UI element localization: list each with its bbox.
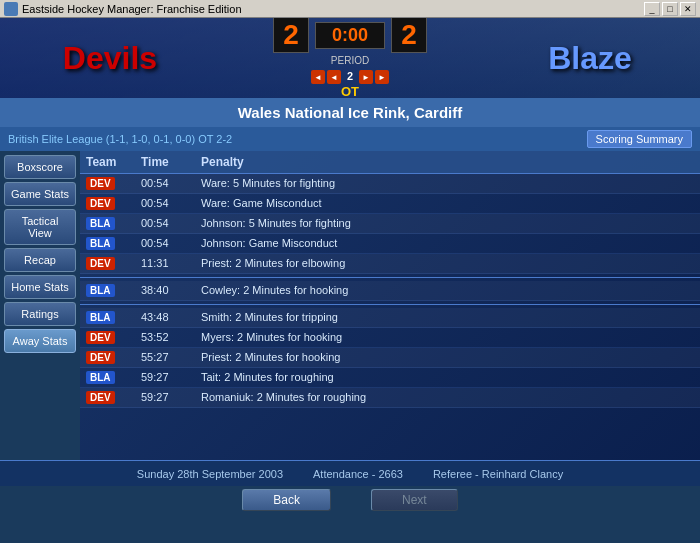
row-time: 11:31 — [141, 257, 201, 270]
team-badge: DEV — [86, 257, 141, 270]
row-time: 38:40 — [141, 284, 201, 297]
table-row: DEV 11:31 Priest: 2 Minutes for elbowing — [80, 254, 700, 274]
content-area: Team Time Penalty DEV 00:54 Ware: 5 Minu… — [80, 151, 700, 460]
period-next-button[interactable]: ► — [359, 70, 373, 84]
table-header: Team Time Penalty — [80, 151, 700, 174]
match-header: Devils 2 0:00 2 PERIOD ◄ ◄ 2 ► ► OT Blaz… — [0, 18, 700, 98]
score-row: 2 0:00 2 — [273, 18, 427, 53]
table-row: DEV 00:54 Ware: 5 Minutes for fighting — [80, 174, 700, 194]
match-date: Sunday 28th September 2003 — [137, 468, 283, 480]
table-row: BLA 00:54 Johnson: Game Misconduct — [80, 234, 700, 254]
row-penalty: Tait: 2 Minutes for roughing — [201, 371, 694, 384]
team-badge: BLA — [86, 237, 141, 250]
sidebar: Boxscore Game Stats Tactical View Recap … — [0, 151, 80, 460]
main-area: Boxscore Game Stats Tactical View Recap … — [0, 151, 700, 460]
team-badge: DEV — [86, 197, 141, 210]
minimize-button[interactable]: _ — [644, 2, 660, 16]
row-penalty: Myers: 2 Minutes for hooking — [201, 331, 694, 344]
titlebar-controls[interactable]: _ □ ✕ — [644, 2, 696, 16]
sidebar-item-home-stats[interactable]: Home Stats — [4, 275, 76, 299]
table-row: BLA 00:54 Johnson: 5 Minutes for fightin… — [80, 214, 700, 234]
back-button[interactable]: Back — [242, 489, 331, 511]
team-badge: DEV — [86, 177, 141, 190]
titlebar-title: Eastside Hockey Manager: Franchise Editi… — [22, 3, 242, 15]
bottom-bar: Back Next — [0, 486, 700, 514]
row-penalty: Ware: 5 Minutes for fighting — [201, 177, 694, 190]
row-penalty: Johnson: 5 Minutes for fighting — [201, 217, 694, 230]
titlebar: Eastside Hockey Manager: Franchise Editi… — [0, 0, 700, 18]
row-time: 00:54 — [141, 197, 201, 210]
table-row: BLA 59:27 Tait: 2 Minutes for roughing — [80, 368, 700, 388]
team-badge: DEV — [86, 331, 141, 344]
period-label: PERIOD — [331, 55, 369, 66]
period-value: 2 — [347, 70, 353, 82]
team-badge: BLA — [86, 371, 141, 384]
row-penalty: Priest: 2 Minutes for elbowing — [201, 257, 694, 270]
row-penalty: Priest: 2 Minutes for hooking — [201, 351, 694, 364]
row-time: 55:27 — [141, 351, 201, 364]
team-badge: BLA — [86, 311, 141, 324]
sidebar-item-ratings[interactable]: Ratings — [4, 302, 76, 326]
next-button[interactable]: Next — [371, 489, 458, 511]
league-bar: British Elite League (1-1, 1-0, 0-1, 0-0… — [0, 127, 700, 151]
section-divider — [80, 304, 700, 305]
row-time: 00:54 — [141, 177, 201, 190]
team-badge: DEV — [86, 391, 141, 404]
table-row: DEV 00:54 Ware: Game Misconduct — [80, 194, 700, 214]
footer-bar: Sunday 28th September 2003 Attendance - … — [0, 460, 700, 486]
col-penalty: Penalty — [201, 155, 694, 169]
sidebar-item-recap[interactable]: Recap — [4, 248, 76, 272]
row-time: 53:52 — [141, 331, 201, 344]
row-time: 59:27 — [141, 391, 201, 404]
col-team: Team — [86, 155, 141, 169]
home-score: 2 — [273, 18, 309, 53]
col-time: Time — [141, 155, 201, 169]
table-row: BLA 38:40 Cowley: 2 Minutes for hooking — [80, 281, 700, 301]
team-badge: BLA — [86, 217, 141, 230]
period-prev-button[interactable]: ◄ — [311, 70, 325, 84]
close-button[interactable]: ✕ — [680, 2, 696, 16]
row-penalty: Smith: 2 Minutes for tripping — [201, 311, 694, 324]
venue-bar: Wales National Ice Rink, Cardiff — [0, 98, 700, 127]
table-row: BLA 43:48 Smith: 2 Minutes for tripping — [80, 308, 700, 328]
referee: Referee - Reinhard Clancy — [433, 468, 563, 480]
row-time: 00:54 — [141, 237, 201, 250]
league-info: British Elite League (1-1, 1-0, 0-1, 0-0… — [8, 133, 232, 145]
scoring-summary-button[interactable]: Scoring Summary — [587, 130, 692, 148]
sidebar-item-tactical-view[interactable]: Tactical View — [4, 209, 76, 245]
sidebar-item-game-stats[interactable]: Game Stats — [4, 182, 76, 206]
penalty-table: Team Time Penalty DEV 00:54 Ware: 5 Minu… — [80, 151, 700, 408]
away-score: 2 — [391, 18, 427, 53]
timer-display: 0:00 — [315, 22, 385, 49]
table-row: DEV 59:27 Romaniuk: 2 Minutes for roughi… — [80, 388, 700, 408]
section-divider — [80, 277, 700, 278]
away-team-name: Blaze — [480, 40, 700, 77]
row-time: 43:48 — [141, 311, 201, 324]
period-nav-left[interactable]: ◄ ◄ — [311, 70, 341, 84]
sidebar-item-boxscore[interactable]: Boxscore — [4, 155, 76, 179]
app-icon — [4, 2, 18, 16]
row-time: 59:27 — [141, 371, 201, 384]
table-row: DEV 53:52 Myers: 2 Minutes for hooking — [80, 328, 700, 348]
scoreboard: 2 0:00 2 PERIOD ◄ ◄ 2 ► ► OT — [273, 18, 427, 98]
attendance: Attendance - 2663 — [313, 468, 403, 480]
maximize-button[interactable]: □ — [662, 2, 678, 16]
row-penalty: Romaniuk: 2 Minutes for roughing — [201, 391, 694, 404]
row-penalty: Johnson: Game Misconduct — [201, 237, 694, 250]
row-penalty: Cowley: 2 Minutes for hooking — [201, 284, 694, 297]
home-team-name: Devils — [0, 40, 220, 77]
sidebar-item-away-stats[interactable]: Away Stats — [4, 329, 76, 353]
period-prev2-button[interactable]: ◄ — [327, 70, 341, 84]
table-row: DEV 55:27 Priest: 2 Minutes for hooking — [80, 348, 700, 368]
row-penalty: Ware: Game Misconduct — [201, 197, 694, 210]
venue-name: Wales National Ice Rink, Cardiff — [238, 104, 463, 121]
team-badge: BLA — [86, 284, 141, 297]
row-time: 00:54 — [141, 217, 201, 230]
ot-label: OT — [341, 84, 359, 98]
period-nav-right[interactable]: ► ► — [359, 70, 389, 84]
team-badge: DEV — [86, 351, 141, 364]
period-next2-button[interactable]: ► — [375, 70, 389, 84]
